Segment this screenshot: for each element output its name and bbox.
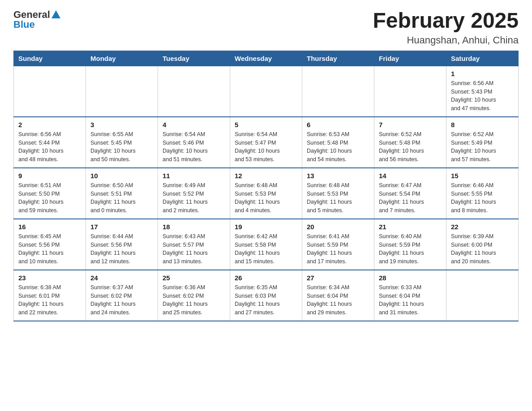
logo: General Blue — [13, 9, 60, 30]
day-number: 21 — [379, 223, 442, 231]
day-info: Sunrise: 6:56 AMSunset: 5:44 PMDaylight:… — [18, 130, 81, 164]
calendar-week-row: 9Sunrise: 6:51 AMSunset: 5:50 PMDaylight… — [14, 168, 519, 219]
day-info: Sunrise: 6:42 AMSunset: 5:58 PMDaylight:… — [235, 232, 297, 266]
calendar-day-cell: 1Sunrise: 6:56 AMSunset: 5:43 PMDaylight… — [446, 66, 519, 117]
day-info: Sunrise: 6:34 AMSunset: 6:04 PMDaylight:… — [307, 283, 369, 317]
calendar-day-cell — [14, 66, 86, 117]
calendar-day-cell: 11Sunrise: 6:49 AMSunset: 5:52 PMDayligh… — [158, 168, 230, 219]
day-number: 14 — [379, 172, 442, 180]
calendar-day-cell: 23Sunrise: 6:38 AMSunset: 6:01 PMDayligh… — [14, 270, 86, 321]
weekday-header-wednesday: Wednesday — [230, 51, 302, 66]
day-info: Sunrise: 6:50 AMSunset: 5:51 PMDaylight:… — [90, 181, 153, 215]
weekday-header-thursday: Thursday — [302, 51, 374, 66]
svg-marker-0 — [51, 10, 60, 18]
weekday-header-row: SundayMondayTuesdayWednesdayThursdayFrid… — [14, 51, 519, 66]
day-number: 25 — [163, 274, 225, 282]
day-number: 16 — [18, 223, 81, 231]
calendar-day-cell: 8Sunrise: 6:52 AMSunset: 5:49 PMDaylight… — [446, 117, 519, 168]
calendar-week-row: 2Sunrise: 6:56 AMSunset: 5:44 PMDaylight… — [14, 117, 519, 168]
calendar-day-cell — [302, 66, 374, 117]
day-number: 15 — [451, 172, 514, 180]
day-info: Sunrise: 6:48 AMSunset: 5:53 PMDaylight:… — [235, 181, 297, 215]
day-number: 23 — [18, 274, 81, 282]
weekday-header-monday: Monday — [86, 51, 158, 66]
day-info: Sunrise: 6:40 AMSunset: 5:59 PMDaylight:… — [379, 232, 442, 266]
day-number: 26 — [235, 274, 297, 282]
calendar-day-cell — [158, 66, 230, 117]
calendar-day-cell: 12Sunrise: 6:48 AMSunset: 5:53 PMDayligh… — [230, 168, 302, 219]
day-number: 7 — [379, 121, 442, 128]
calendar-day-cell — [374, 66, 446, 117]
calendar-day-cell: 9Sunrise: 6:51 AMSunset: 5:50 PMDaylight… — [14, 168, 86, 219]
day-number: 9 — [18, 172, 81, 180]
day-info: Sunrise: 6:55 AMSunset: 5:45 PMDaylight:… — [90, 130, 153, 164]
calendar-day-cell: 14Sunrise: 6:47 AMSunset: 5:54 PMDayligh… — [374, 168, 446, 219]
calendar-day-cell — [446, 270, 519, 321]
calendar-day-cell: 13Sunrise: 6:48 AMSunset: 5:53 PMDayligh… — [302, 168, 374, 219]
day-info: Sunrise: 6:48 AMSunset: 5:53 PMDaylight:… — [307, 181, 369, 215]
calendar-day-cell: 7Sunrise: 6:52 AMSunset: 5:48 PMDaylight… — [374, 117, 446, 168]
day-info: Sunrise: 6:47 AMSunset: 5:54 PMDaylight:… — [379, 181, 442, 215]
weekday-header-tuesday: Tuesday — [158, 51, 230, 66]
weekday-header-friday: Friday — [374, 51, 446, 66]
calendar-day-cell — [230, 66, 302, 117]
calendar-day-cell: 18Sunrise: 6:43 AMSunset: 5:57 PMDayligh… — [158, 219, 230, 270]
weekday-header-sunday: Sunday — [14, 51, 86, 66]
logo-blue: Blue — [13, 19, 35, 30]
logo-triangle-icon — [51, 10, 60, 18]
day-number: 12 — [235, 172, 297, 180]
calendar-body: 1Sunrise: 6:56 AMSunset: 5:43 PMDaylight… — [14, 66, 519, 321]
calendar-day-cell: 28Sunrise: 6:33 AMSunset: 6:04 PMDayligh… — [374, 270, 446, 321]
day-info: Sunrise: 6:39 AMSunset: 6:00 PMDaylight:… — [451, 232, 514, 266]
calendar-day-cell: 3Sunrise: 6:55 AMSunset: 5:45 PMDaylight… — [86, 117, 158, 168]
day-number: 24 — [90, 274, 153, 282]
day-number: 1 — [451, 70, 514, 77]
weekday-header-saturday: Saturday — [446, 51, 519, 66]
day-number: 19 — [235, 223, 297, 231]
day-number: 22 — [451, 223, 514, 231]
day-info: Sunrise: 6:49 AMSunset: 5:52 PMDaylight:… — [163, 181, 225, 215]
calendar-day-cell: 20Sunrise: 6:41 AMSunset: 5:59 PMDayligh… — [302, 219, 374, 270]
calendar-day-cell: 4Sunrise: 6:54 AMSunset: 5:46 PMDaylight… — [158, 117, 230, 168]
day-info: Sunrise: 6:45 AMSunset: 5:56 PMDaylight:… — [18, 232, 81, 266]
day-info: Sunrise: 6:54 AMSunset: 5:47 PMDaylight:… — [235, 130, 297, 164]
day-number: 11 — [163, 172, 225, 180]
day-info: Sunrise: 6:38 AMSunset: 6:01 PMDaylight:… — [18, 283, 81, 317]
day-number: 8 — [451, 121, 514, 128]
calendar-day-cell: 26Sunrise: 6:35 AMSunset: 6:03 PMDayligh… — [230, 270, 302, 321]
day-number: 27 — [307, 274, 369, 282]
day-info: Sunrise: 6:35 AMSunset: 6:03 PMDaylight:… — [235, 283, 297, 317]
calendar-day-cell: 25Sunrise: 6:36 AMSunset: 6:02 PMDayligh… — [158, 270, 230, 321]
day-info: Sunrise: 6:43 AMSunset: 5:57 PMDaylight:… — [163, 232, 225, 266]
day-info: Sunrise: 6:36 AMSunset: 6:02 PMDaylight:… — [163, 283, 225, 317]
calendar-week-row: 1Sunrise: 6:56 AMSunset: 5:43 PMDaylight… — [14, 66, 519, 117]
day-number: 20 — [307, 223, 369, 231]
calendar-subtitle: Huangshan, Anhui, China — [373, 34, 519, 46]
day-info: Sunrise: 6:46 AMSunset: 5:55 PMDaylight:… — [451, 181, 514, 215]
day-number: 17 — [90, 223, 153, 231]
day-number: 2 — [18, 121, 81, 128]
calendar-day-cell: 2Sunrise: 6:56 AMSunset: 5:44 PMDaylight… — [14, 117, 86, 168]
day-number: 10 — [90, 172, 153, 180]
calendar-day-cell: 21Sunrise: 6:40 AMSunset: 5:59 PMDayligh… — [374, 219, 446, 270]
day-info: Sunrise: 6:56 AMSunset: 5:43 PMDaylight:… — [451, 79, 514, 113]
day-info: Sunrise: 6:37 AMSunset: 6:02 PMDaylight:… — [90, 283, 153, 317]
calendar-day-cell: 17Sunrise: 6:44 AMSunset: 5:56 PMDayligh… — [86, 219, 158, 270]
page-header: General Blue February 2025 Huangshan, An… — [13, 9, 519, 46]
calendar-day-cell — [86, 66, 158, 117]
calendar-day-cell: 10Sunrise: 6:50 AMSunset: 5:51 PMDayligh… — [86, 168, 158, 219]
title-block: February 2025 Huangshan, Anhui, China — [373, 9, 519, 46]
day-info: Sunrise: 6:51 AMSunset: 5:50 PMDaylight:… — [18, 181, 81, 215]
calendar-week-row: 23Sunrise: 6:38 AMSunset: 6:01 PMDayligh… — [14, 270, 519, 321]
day-info: Sunrise: 6:52 AMSunset: 5:49 PMDaylight:… — [451, 130, 514, 164]
day-number: 28 — [379, 274, 442, 282]
calendar-day-cell: 19Sunrise: 6:42 AMSunset: 5:58 PMDayligh… — [230, 219, 302, 270]
calendar-week-row: 16Sunrise: 6:45 AMSunset: 5:56 PMDayligh… — [14, 219, 519, 270]
calendar-day-cell: 27Sunrise: 6:34 AMSunset: 6:04 PMDayligh… — [302, 270, 374, 321]
day-info: Sunrise: 6:44 AMSunset: 5:56 PMDaylight:… — [90, 232, 153, 266]
day-number: 6 — [307, 121, 369, 128]
day-info: Sunrise: 6:33 AMSunset: 6:04 PMDaylight:… — [379, 283, 442, 317]
calendar-day-cell: 6Sunrise: 6:53 AMSunset: 5:48 PMDaylight… — [302, 117, 374, 168]
calendar-day-cell: 15Sunrise: 6:46 AMSunset: 5:55 PMDayligh… — [446, 168, 519, 219]
calendar-day-cell: 24Sunrise: 6:37 AMSunset: 6:02 PMDayligh… — [86, 270, 158, 321]
